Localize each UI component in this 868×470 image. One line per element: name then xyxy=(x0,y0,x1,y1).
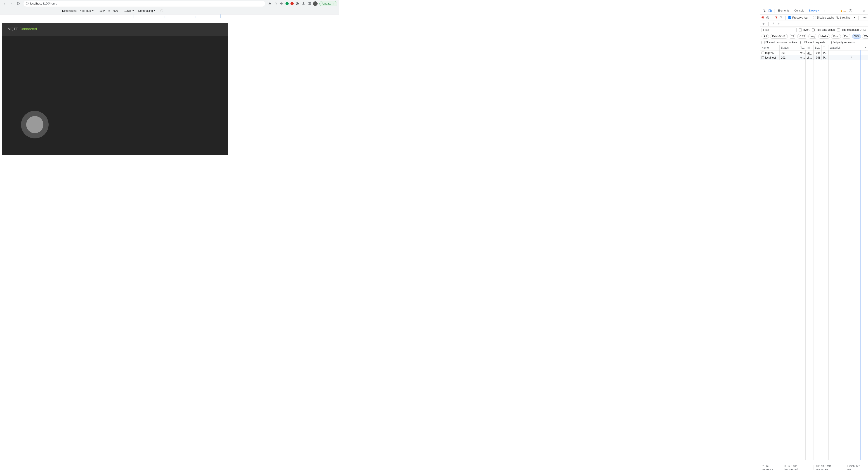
zoom-select[interactable]: 125%▼ xyxy=(124,9,134,12)
site-info-icon[interactable]: ⓘ xyxy=(26,2,29,6)
mqtt-label: MQTT: xyxy=(8,27,19,31)
download-icon[interactable] xyxy=(301,2,305,6)
nav-forward-button[interactable] xyxy=(8,1,14,6)
url-bar[interactable]: ⓘ localhost:8100/home xyxy=(24,1,265,6)
move-icon[interactable] xyxy=(280,2,284,6)
nav-reload-button[interactable] xyxy=(16,1,21,6)
panel-icon[interactable] xyxy=(307,2,311,6)
url-text: localhost:8100/home xyxy=(30,2,57,5)
device-throttling-select[interactable]: No throttling▼ xyxy=(138,9,156,12)
extension-dot-green[interactable] xyxy=(285,2,289,5)
mqtt-status-value: Connected xyxy=(20,27,37,31)
viewport-wrapper: MQTT: Connected xyxy=(0,18,339,184)
profile-avatar[interactable] xyxy=(313,1,318,6)
bookmark-star-icon[interactable]: ☆ xyxy=(274,2,278,6)
extension-dot-red[interactable] xyxy=(290,2,293,5)
browser-toolbar: ⓘ localhost:8100/home ☆ Update⋮ xyxy=(0,0,339,7)
svg-point-3 xyxy=(161,9,163,12)
svg-rect-1 xyxy=(308,2,311,5)
rotate-icon[interactable] xyxy=(160,9,164,13)
mqtt-status-bar: MQTT: Connected xyxy=(2,23,228,36)
viewport-height-input[interactable] xyxy=(111,9,120,12)
joystick-thumb[interactable] xyxy=(26,116,43,133)
device-bar-menu[interactable]: ⋮ xyxy=(334,9,337,12)
joystick-control[interactable] xyxy=(21,111,49,139)
device-toolbar: Dimensions: Nest Hub▼ × 125%▼ No throttl… xyxy=(0,7,339,14)
share-icon[interactable] xyxy=(268,2,272,6)
extensions-puzzle-icon[interactable] xyxy=(296,2,300,6)
ruler xyxy=(0,14,339,18)
app-viewport: MQTT: Connected xyxy=(2,23,228,155)
device-select[interactable]: Dimensions: Nest Hub▼ xyxy=(62,9,94,12)
dimension-separator: × xyxy=(108,9,110,12)
nav-back-button[interactable] xyxy=(2,1,7,6)
viewport-width-input[interactable] xyxy=(98,9,107,12)
update-button[interactable]: Update⋮ xyxy=(319,1,337,6)
